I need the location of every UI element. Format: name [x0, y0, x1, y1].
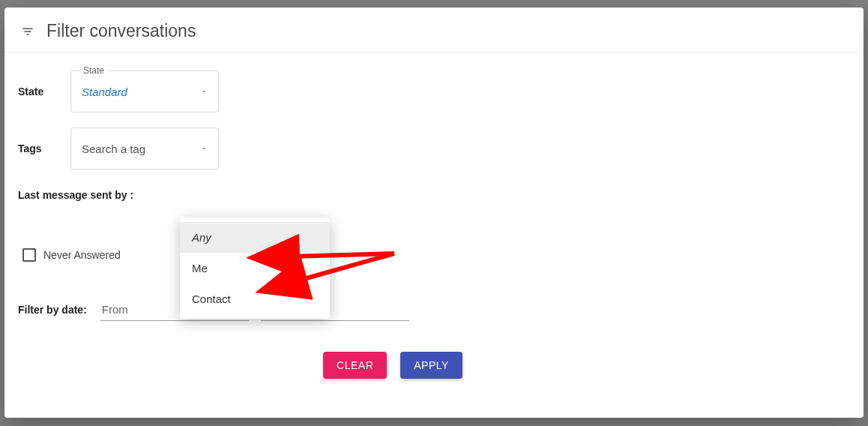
dialog-content: State State Standard Tags Search a tag L… [4, 52, 864, 379]
tags-label: Tags [18, 142, 70, 154]
dialog-header: Filter conversations [4, 8, 864, 52]
menu-item-me[interactable]: Me [180, 253, 330, 284]
never-answered-row: Never Answered [18, 246, 850, 264]
tags-select[interactable]: Search a tag [70, 128, 219, 170]
filter-list-icon [21, 25, 34, 38]
state-select-value: Standard [82, 86, 127, 98]
apply-button[interactable]: APPLY [400, 352, 462, 379]
filter-dialog: Filter conversations State State Standar… [4, 8, 864, 418]
menu-item-contact[interactable]: Contact [180, 284, 330, 314]
dialog-title: Filter conversations [46, 21, 196, 41]
dialog-actions: CLEAR APPLY [303, 352, 483, 379]
filter-date-label: Filter by date: [18, 304, 87, 316]
never-answered-checkbox[interactable] [22, 248, 36, 262]
tags-placeholder: Search a tag [82, 142, 145, 155]
dropdown-icon [200, 142, 208, 154]
clear-button[interactable]: CLEAR [323, 352, 387, 379]
state-row: State State Standard [18, 70, 850, 112]
dropdown-icon [200, 86, 208, 98]
last-message-label: Last message sent by : [18, 189, 133, 201]
state-select[interactable]: State Standard [70, 70, 219, 112]
menu-item-any[interactable]: Any [180, 222, 330, 253]
state-floating-label: State [80, 65, 107, 76]
never-answered-label: Never Answered [43, 249, 121, 261]
filter-date-row: Filter by date: [18, 298, 850, 322]
state-label: State [18, 86, 70, 98]
tags-row: Tags Search a tag [18, 128, 850, 170]
last-message-dropdown-menu: Any Me Contact [180, 218, 330, 319]
last-message-row: Last message sent by : [18, 189, 850, 231]
